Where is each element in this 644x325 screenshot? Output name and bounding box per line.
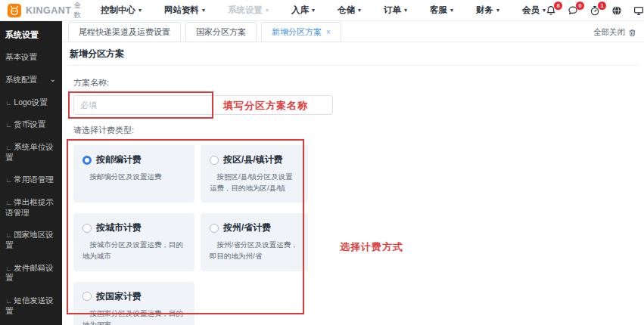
annotation-billing-hint: 选择计费方式 [340,240,403,254]
billing-type-label: 请选择计费类型: [73,125,638,136]
trash-icon [628,29,636,37]
nav-customer-service[interactable]: 客服 [430,5,453,16]
billing-option-title: 按州/省计费 [223,221,271,234]
sidebar-item-logistics-api[interactable]: 物流API设置 [0,322,62,325]
nav-site-data[interactable]: 网站资料 [164,5,205,16]
plan-name-label: 方案名称: [73,77,638,88]
sidebar-item-common-phrases[interactable]: 常用语管理 [0,169,62,191]
brand-name: KINGANT [26,5,71,16]
tab-country-zone-plan[interactable]: 国家分区方案 [185,22,257,42]
nav-orders[interactable]: 订单 [384,5,407,16]
sidebar-item-currency-settings[interactable]: 货币设置 [0,113,62,136]
close-tab-icon[interactable] [326,28,331,36]
sidebar-item-label: Logo设置 [14,98,47,107]
stopwatch-icon[interactable]: 1 [590,5,600,16]
main-area: 尾程快递渠道及运费设置 国家分区方案 新增分区方案 全部关闭 新增分区方案 方案… [62,21,644,325]
nav-inbound[interactable]: 入库 [291,5,315,16]
page-content: 新增分区方案 方案名称: 填写分区方案名称 请选择计费类型: 选择计费方式 按邮… [62,42,644,325]
billing-option-desc: 按邮编分区及设置运费 [82,172,185,183]
sidebar-item-country-region[interactable]: 国家地区设置 [0,224,62,256]
sidebar-item-label: 发件邮箱设置 [5,263,54,283]
globe-icon[interactable] [611,5,622,16]
nav-warehouse[interactable]: 仓储 [338,5,361,16]
billing-option-city[interactable]: 按城市计费 按城市分区及设置运费，目的地为城市 [73,213,194,271]
sidebar-item-label: 系统单位设置 [5,142,54,162]
top-header: KINGANT 金数 控制中心 网站资料 系统设置 入库 仓储 订单 客服 财务… [0,0,644,21]
monitor-icon[interactable] [633,5,644,16]
brand-suffix: 金数 [73,1,81,20]
billing-option-title: 按邮编计费 [96,153,142,166]
billing-option-title: 按城市计费 [96,221,142,234]
billing-option-title: 按区/县/镇计费 [223,153,283,166]
billing-option-desc: 按州/省分区及设置运费，即目的地为州/省 [210,240,299,262]
plan-name-field-wrap: 填写分区方案名称 [73,95,333,115]
billing-option-zipcode[interactable]: 按邮编计费 按邮编分区及设置运费 [73,145,194,203]
sidebar-item-label: 基本设置 [5,52,37,61]
page-title: 新增分区方案 [68,42,638,66]
sidebar-item-label: 国家地区设置 [5,230,54,249]
close-all-label: 全部关闭 [593,27,625,38]
chat-badge: 0 [576,2,584,10]
nav-system-settings[interactable]: 系统设置 [228,5,269,16]
billing-option-desc: 按城市分区及设置运费，目的地为城市 [82,240,185,262]
sidebar-item-sms-settings[interactable]: 短信发送设置 [0,289,62,322]
sidebar-item-logo-settings[interactable]: Logo设置 [0,91,62,114]
radio-unchecked-icon[interactable] [82,292,92,301]
sidebar-item-label: 货币设置 [14,119,45,128]
sidebar-item-system-config[interactable]: 系统配置 [0,69,62,91]
tab-last-mile-shipping[interactable]: 尾程快递渠道及运费设置 [68,22,181,42]
tab-bar: 尾程快递渠道及运费设置 国家分区方案 新增分区方案 全部关闭 [62,21,644,42]
sidebar-item-label: 常用语管理 [14,175,54,184]
nav-control-center[interactable]: 控制中心 [101,5,142,16]
tab-new-zone-plan[interactable]: 新增分区方案 [261,22,341,42]
billing-option-title: 按国家计费 [96,290,142,303]
nav-finance[interactable]: 财务 [476,5,499,16]
radio-unchecked-icon[interactable] [210,224,219,233]
chevron-down-icon [50,74,56,85]
sidebar-item-label: 短信发送设置 [5,296,54,315]
billing-option-state[interactable]: 按州/省计费 按州/省分区及设置运费，即目的地为州/省 [201,213,308,271]
chat-icon[interactable]: 0 [568,5,578,16]
billing-option-district[interactable]: 按区/县/镇计费 按照区/县/镇分区及设置运费，目的地为区/县/镇 [201,145,308,203]
plan-name-input[interactable] [73,95,333,115]
billing-option-desc: 按照区/县/镇分区及设置运费，目的地为区/县/镇 [210,172,299,193]
radio-unchecked-icon[interactable] [82,224,92,233]
sidebar-item-label: 系统配置 [5,75,37,84]
sidebar-item-label: 弹出框提示语管理 [5,197,54,217]
brand-logo-icon [8,4,21,17]
timer-badge: 1 [598,2,606,10]
sidebar-item-popup-prompts[interactable]: 弹出框提示语管理 [0,191,62,224]
sidebar-item-sender-mailbox[interactable]: 发件邮箱设置 [0,257,62,289]
billing-option-cards: 按邮编计费 按邮编分区及设置运费 按区/县/镇计费 按照区/县/镇分区及设置运费… [73,145,308,325]
nav-members[interactable]: 会员 [522,5,546,16]
radio-unchecked-icon[interactable] [210,156,219,165]
bell-badge: 8 [554,2,562,10]
bell-icon[interactable]: 8 [546,5,556,16]
sidebar-item-unit-settings[interactable]: 系统单位设置 [0,136,62,169]
close-all-tabs-button[interactable]: 全部关闭 [593,27,636,38]
sidebar-title: 系统设置 [0,23,62,46]
billing-options: 选择计费方式 按邮编计费 按邮编分区及设置运费 按区/县/镇计费 [73,145,638,325]
sidebar-item-basic-settings[interactable]: 基本设置 [0,46,62,69]
new-zone-plan-form: 方案名称: 填写分区方案名称 请选择计费类型: 选择计费方式 按邮编计费 按邮 [68,66,638,325]
tab-label: 新增分区方案 [272,27,322,36]
billing-option-desc: 按国家分区及设置运费，目的地为国家 [82,308,185,325]
header-actions: 8 0 1 [546,0,644,24]
radio-checked-icon[interactable] [82,156,92,165]
sidebar: 系统设置 基本设置 系统配置 Logo设置 货币设置 系统单位设置 常用语管理 … [0,21,62,325]
main-nav: 控制中心 网站资料 系统设置 入库 仓储 订单 客服 财务 会员 [101,5,546,16]
billing-option-country[interactable]: 按国家计费 按国家分区及设置运费，目的地为国家 [73,282,194,325]
